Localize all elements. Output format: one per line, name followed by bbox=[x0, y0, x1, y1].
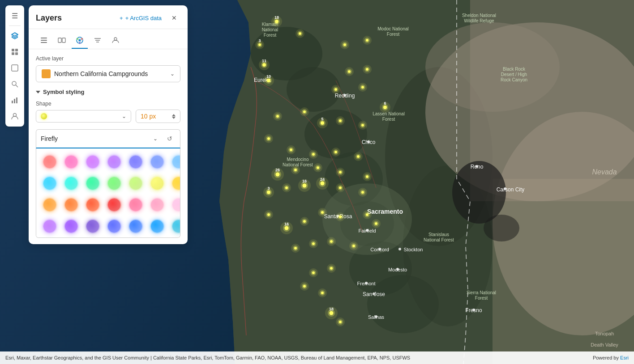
basemap-button[interactable] bbox=[7, 44, 22, 59]
svg-point-59 bbox=[366, 229, 368, 232]
symbol-cell[interactable] bbox=[126, 174, 146, 193]
layer-selector[interactable]: Northern California Campgrounds ⌄ bbox=[36, 65, 180, 82]
svg-point-250 bbox=[81, 38, 83, 40]
symbol-cell[interactable] bbox=[104, 174, 124, 193]
svg-point-127 bbox=[267, 137, 270, 140]
symbol-cell[interactable] bbox=[104, 216, 124, 236]
svg-point-169 bbox=[321, 182, 325, 186]
symbol-styling-header[interactable]: Symbol styling bbox=[36, 89, 180, 95]
symbol-grid-container[interactable] bbox=[36, 148, 180, 238]
search-button[interactable] bbox=[7, 76, 22, 92]
symbol-cell[interactable] bbox=[61, 216, 81, 236]
svg-text:Rock Canyon: Rock Canyon bbox=[501, 77, 527, 82]
tab-style[interactable] bbox=[72, 33, 88, 49]
symbol-cell[interactable] bbox=[169, 174, 180, 193]
symbol-cell[interactable] bbox=[104, 195, 124, 215]
symbol-cell[interactable] bbox=[83, 174, 103, 193]
svg-text:Black Rock: Black Rock bbox=[503, 67, 526, 72]
tab-account[interactable] bbox=[107, 33, 124, 49]
svg-text:24: 24 bbox=[320, 177, 325, 182]
svg-rect-238 bbox=[14, 99, 15, 103]
symbol-cell[interactable] bbox=[169, 216, 180, 236]
svg-point-229 bbox=[339, 321, 342, 323]
symbol-cell[interactable] bbox=[126, 195, 146, 215]
active-layer-label: Active layer bbox=[36, 55, 180, 62]
symbol-cell[interactable] bbox=[83, 195, 103, 215]
symbol-cell[interactable] bbox=[61, 152, 81, 172]
symbol-cell[interactable] bbox=[83, 216, 103, 236]
reset-button[interactable]: ↺ bbox=[164, 133, 176, 144]
svg-point-111 bbox=[276, 115, 279, 118]
shape-dot-preview bbox=[41, 113, 47, 119]
svg-point-74 bbox=[299, 32, 301, 35]
tab-list[interactable] bbox=[36, 33, 52, 49]
symbol-cell[interactable] bbox=[169, 195, 180, 215]
measure-button[interactable] bbox=[7, 60, 22, 76]
size-increase-button[interactable] bbox=[172, 114, 176, 116]
svg-point-186 bbox=[303, 220, 306, 223]
svg-text:26: 26 bbox=[275, 168, 280, 172]
svg-text:6: 6 bbox=[384, 101, 386, 106]
symbol-cell[interactable] bbox=[83, 152, 103, 172]
svg-point-149 bbox=[317, 166, 319, 169]
symbol-cell[interactable] bbox=[104, 152, 124, 172]
svg-point-63 bbox=[365, 282, 368, 284]
symbol-cell[interactable] bbox=[40, 152, 60, 172]
symbol-cell[interactable] bbox=[61, 195, 81, 215]
symbol-cell[interactable] bbox=[147, 174, 167, 193]
svg-text:Forest: Forest bbox=[264, 33, 277, 38]
symbol-cell[interactable] bbox=[40, 174, 60, 193]
symbol-cell[interactable] bbox=[126, 216, 146, 236]
svg-point-158 bbox=[267, 190, 270, 194]
symbol-cell[interactable] bbox=[147, 152, 167, 172]
esri-link[interactable]: Esri bbox=[620, 355, 629, 360]
add-data-label: + ArcGIS data bbox=[125, 15, 162, 21]
symbol-cell[interactable] bbox=[169, 152, 180, 172]
svg-point-17 bbox=[484, 215, 519, 241]
user-button[interactable] bbox=[7, 109, 22, 124]
svg-text:Nevada: Nevada bbox=[592, 168, 617, 176]
close-button[interactable]: ✕ bbox=[168, 12, 180, 24]
panel-tabs bbox=[29, 29, 188, 49]
shape-label: Shape bbox=[36, 101, 180, 107]
svg-point-81 bbox=[343, 43, 346, 46]
svg-point-64 bbox=[373, 292, 375, 295]
svg-point-70 bbox=[275, 20, 278, 23]
charts-button[interactable] bbox=[7, 93, 22, 108]
add-data-button[interactable]: + + ArcGIS data bbox=[117, 13, 164, 23]
symbol-cell[interactable] bbox=[40, 195, 60, 215]
svg-text:Desert / High: Desert / High bbox=[501, 72, 527, 77]
size-value: 10 px bbox=[141, 113, 168, 120]
svg-text:National Forest: National Forest bbox=[424, 237, 454, 242]
symbol-cell[interactable] bbox=[147, 216, 167, 236]
svg-text:Forest: Forest bbox=[475, 296, 488, 301]
svg-text:11: 11 bbox=[262, 59, 266, 63]
size-decrease-button[interactable] bbox=[172, 117, 176, 119]
layers-button[interactable] bbox=[7, 28, 22, 43]
tab-filter[interactable] bbox=[90, 33, 106, 49]
shape-selector[interactable]: ⌄ bbox=[36, 110, 131, 123]
svg-point-207 bbox=[330, 240, 333, 243]
svg-point-107 bbox=[383, 106, 387, 109]
svg-text:Sheldon National: Sheldon National bbox=[462, 13, 496, 18]
chevron-down-icon: ⌄ bbox=[170, 71, 175, 77]
symbol-cell[interactable] bbox=[40, 216, 60, 236]
svg-text:National: National bbox=[262, 27, 278, 32]
svg-rect-242 bbox=[41, 40, 47, 41]
menu-button[interactable]: ☰ bbox=[7, 8, 22, 23]
svg-point-84 bbox=[366, 39, 368, 42]
tab-group[interactable] bbox=[54, 33, 70, 49]
symbol-cell[interactable] bbox=[126, 152, 146, 172]
style-picker-row[interactable]: Firefly ⌄ ↺ bbox=[36, 129, 180, 148]
svg-text:18: 18 bbox=[329, 307, 334, 311]
size-selector[interactable]: 10 px bbox=[136, 110, 180, 123]
svg-point-162 bbox=[285, 186, 288, 189]
svg-rect-241 bbox=[41, 38, 47, 38]
symbol-cell[interactable] bbox=[61, 174, 81, 193]
symbol-cell[interactable] bbox=[147, 195, 167, 215]
svg-line-236 bbox=[16, 85, 18, 87]
svg-point-146 bbox=[294, 169, 297, 171]
svg-point-133 bbox=[312, 153, 315, 156]
svg-point-65 bbox=[375, 315, 377, 318]
svg-point-195 bbox=[366, 213, 368, 216]
